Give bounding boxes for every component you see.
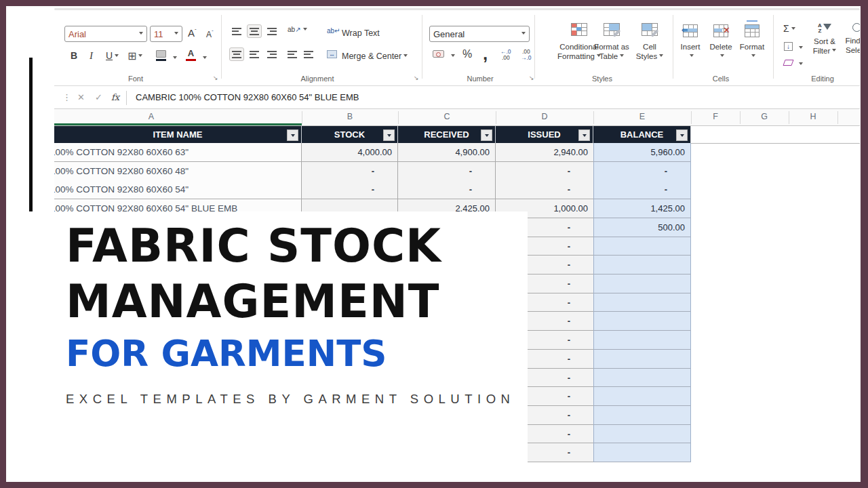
align-bottom-button[interactable] [264,24,279,38]
page-subtitle: FOR GARMENTS [66,332,554,375]
header-issued[interactable]: ISSUED [496,126,593,143]
fx-icon[interactable]: fx [111,92,119,102]
filter-button[interactable] [481,129,492,141]
cell-balance[interactable] [593,369,691,388]
percent-style-button[interactable]: % [462,48,472,60]
decrease-indent-button[interactable] [285,47,300,61]
cell-balance[interactable]: - [593,162,691,181]
wrap-text-button[interactable]: ab↵ [327,27,340,35]
align-left-button[interactable] [229,47,244,61]
align-right-button[interactable] [264,47,279,61]
cell-received[interactable]: - [398,180,496,199]
cancel-icon[interactable]: ✕ [77,92,85,102]
orientation-button[interactable]: ab↗ [288,26,307,33]
font-size-select[interactable]: 11 [150,26,182,42]
cell-stock[interactable]: - [302,162,398,181]
cell-balance[interactable] [593,331,691,350]
page-title-line1: FABRIC STOCK [66,218,554,274]
filter-button[interactable] [383,129,395,141]
grow-font-button[interactable]: Aˆ [188,27,197,39]
format-cells-button[interactable]: Format [736,24,768,61]
underline-button[interactable]: U [106,50,119,61]
autosum-button[interactable]: Σ [783,23,795,34]
chevron-down-icon[interactable] [799,62,803,67]
cell-balance[interactable] [593,237,691,256]
fill-button[interactable]: ↓ [784,42,793,51]
cell-balance[interactable]: 500.00 [593,218,691,237]
cell-balance[interactable] [593,425,691,444]
cell-balance[interactable] [593,293,691,312]
cell-issued[interactable]: 2,940.00 [496,143,593,162]
column-header-d[interactable]: D [531,112,558,121]
cell-stock[interactable]: - [302,180,398,199]
find-select-button[interactable]: Find &Select [841,23,860,55]
cell-balance[interactable] [593,350,691,369]
comma-style-button[interactable]: , [483,43,488,64]
font-dialog-launcher[interactable]: ↘ [213,75,218,81]
filter-button[interactable] [676,129,688,141]
decrease-decimal-button[interactable]: .00 →.0 [521,49,532,61]
cell-stock[interactable]: 4,000.00 [302,143,398,162]
cell-balance[interactable] [593,256,691,274]
font-name-select[interactable]: Arial [64,26,147,42]
number-format-select[interactable]: General [429,26,530,42]
column-header-a[interactable]: A [138,112,165,121]
font-color-swatch [186,59,196,61]
accounting-format-button[interactable] [433,50,444,58]
alignment-dialog-launcher[interactable]: ↘ [414,75,419,81]
column-header-b[interactable]: B [336,112,363,121]
fill-color-button[interactable] [156,50,166,61]
cell-issued[interactable]: - [496,180,593,199]
increase-indent-button[interactable] [301,47,316,61]
shrink-font-button[interactable]: Aˇ [206,29,214,39]
insert-cells-button[interactable]: ⇐ Insert [676,24,705,61]
header-stock[interactable]: STOCK [302,126,398,143]
font-color-button[interactable]: A [186,48,196,61]
cell-balance[interactable] [593,274,691,293]
wrap-text-label[interactable]: Wrap Text [342,28,380,38]
column-header-h[interactable]: H [800,112,827,121]
column-header-g[interactable]: G [751,112,778,121]
borders-button[interactable]: ⊞ [127,49,142,62]
chevron-down-icon[interactable] [451,54,455,59]
increase-decimal-button[interactable]: ←.0 .00 [500,49,511,61]
cell-issued[interactable]: - [496,162,593,181]
number-dialog-launcher[interactable]: ↘ [529,75,534,81]
chevron-down-icon[interactable] [173,56,177,61]
align-top-button[interactable] [229,24,244,38]
clear-eraser-icon[interactable] [783,60,793,66]
column-header-e[interactable]: E [629,112,656,121]
cell-balance[interactable]: 1,425.00 [593,199,691,218]
align-middle-button[interactable] [247,24,262,38]
formula-value[interactable]: CAMBRIC 100% COTTON 92X80 60X60 54" BLUE… [136,92,359,102]
enter-check-icon[interactable]: ✓ [95,92,102,102]
align-center-button[interactable] [247,47,262,61]
bold-button[interactable]: B [71,50,77,61]
cell-item-name[interactable]: 100% COTTON 92X80 60X60 48" [54,162,302,181]
cell-received[interactable]: 4,900.00 [398,143,496,162]
italic-button[interactable]: I [90,50,93,62]
format-as-table-button[interactable]: Format asTable [589,23,634,61]
merge-center-button[interactable]: Merge & Center [342,52,408,61]
column-header-c[interactable]: C [433,112,460,121]
cell-item-name[interactable]: 100% COTTON 92X80 60X60 63" [54,143,302,162]
cell-balance[interactable]: - [593,180,691,199]
cell-balance[interactable] [593,443,691,462]
filter-button[interactable] [287,129,298,141]
cell-balance[interactable] [593,387,691,406]
sort-filter-button[interactable]: AZ Sort &Filter [808,23,841,56]
cell-balance[interactable] [593,312,691,331]
chevron-down-icon[interactable] [799,46,803,51]
cell-balance[interactable]: 5,960.00 [593,143,691,162]
cell-balance[interactable] [593,406,691,425]
cell-item-name[interactable]: 100% COTTON 92X80 60X60 54" [54,180,302,199]
header-received[interactable]: RECEIVED [398,126,496,143]
header-item-name[interactable]: ITEM NAME [54,126,302,143]
cell-styles-button[interactable]: CellStyles [634,23,665,61]
header-balance[interactable]: BALANCE [593,126,691,143]
delete-cells-button[interactable]: ✕ Delete [706,24,736,61]
cell-received[interactable]: - [398,162,496,181]
chevron-down-icon[interactable] [203,56,207,61]
filter-button[interactable] [578,129,590,141]
column-header-f[interactable]: F [702,112,729,121]
